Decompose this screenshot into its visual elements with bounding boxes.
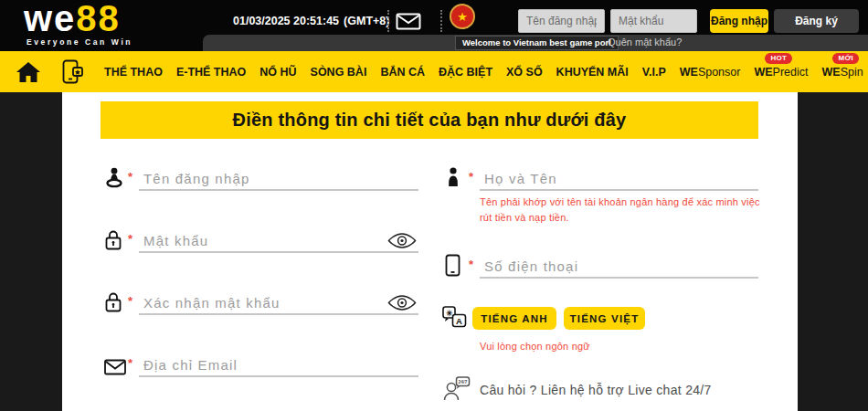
header-password-input[interactable] [610, 9, 697, 33]
logo-tagline: Everyone Can Win [26, 37, 132, 47]
required-marker: * [128, 294, 132, 308]
nav-item-khuyen-mai[interactable]: KHUYẾN MÃI [556, 66, 629, 79]
dotted-divider [440, 10, 442, 32]
nav-item-no-hu[interactable]: NỔ HŨ [259, 66, 296, 79]
password-input[interactable] [139, 229, 418, 251]
user-icon [104, 167, 124, 189]
header-sub-bar: Welcome to Vietnam best game porl Quên m… [203, 35, 868, 51]
email-field: * [139, 350, 418, 377]
input-underline [139, 189, 418, 191]
mail-icon[interactable] [396, 13, 421, 34]
language-note: Vui lòng chọn ngôn ngữ [480, 339, 590, 354]
form-title: Điền thông tin chi tiết của bạn như dưới… [101, 101, 758, 139]
support-badge-text: 24/7 [459, 379, 468, 385]
phone-input[interactable] [480, 255, 758, 277]
password-field: * [139, 226, 418, 253]
email-input[interactable] [139, 353, 418, 375]
envelope-icon [104, 359, 126, 375]
confirm-password-field: * [139, 288, 418, 315]
nav-item-wespin[interactable]: MỚIWESpin [821, 66, 863, 79]
new-badge: MỚI [832, 53, 859, 64]
date-time-text: 01/03/2025 20:51:45 [233, 15, 339, 27]
timezone-text: (GMT+8) [344, 15, 389, 27]
we-prefix: WE [680, 66, 698, 79]
language-vietnamese-button[interactable]: TIẾNG VIỆT [564, 307, 645, 330]
live-chat-support-text: Câu hỏi ? Liên hệ hỗ trợ Live chat 24/7 [480, 383, 712, 397]
hot-badge: HOT [765, 53, 792, 64]
username-field: * [139, 163, 418, 191]
fullname-field: * [480, 163, 758, 191]
show-password-icon[interactable] [387, 294, 417, 311]
datetime-display: 01/03/2025 20:51:45(GMT+8) [233, 15, 389, 27]
mobile-app-icon[interactable] [62, 59, 84, 84]
nav-item-wesponsor[interactable]: WESponsor [680, 66, 741, 79]
nav-item-ban-ca[interactable]: BẮN CÁ [380, 66, 425, 79]
show-password-icon[interactable] [387, 232, 417, 249]
nav-item-xo-so[interactable]: XỔ SỐ [506, 66, 543, 79]
nav-item-song-bai[interactable]: SÒNG BÀI [311, 66, 367, 79]
lock-icon [104, 229, 122, 251]
svg-text:A: A [456, 316, 462, 326]
lock-icon [104, 291, 122, 313]
person-icon [445, 167, 461, 189]
nav-item-e-the-thao[interactable]: E-THỂ THAO [176, 66, 246, 79]
flag-star: ★ [457, 11, 468, 23]
we-rest: Sponsor [698, 66, 741, 79]
input-underline [139, 251, 418, 253]
header-username-input[interactable] [518, 9, 605, 33]
live-chat-icon: 24/7 [442, 375, 472, 401]
nav-item-wepredict[interactable]: HOTWEPredict [754, 66, 808, 79]
registration-panel: Điền thông tin chi tiết của bạn như dưới… [62, 92, 798, 411]
required-marker: * [128, 356, 132, 370]
register-button[interactable]: Đăng ký [774, 9, 859, 33]
fullname-input[interactable] [480, 167, 758, 189]
vietnam-flag-icon[interactable]: ★ [450, 4, 475, 29]
phone-field: * [480, 251, 758, 279]
input-underline [139, 313, 418, 315]
we88-logo[interactable]: we88 [24, 0, 121, 39]
required-marker: * [469, 258, 473, 271]
language-icon: ✳ A [442, 306, 467, 329]
logo-we: we [24, 0, 76, 38]
fullname-note: Tên phải khớp với tên tài khoản ngân hàn… [480, 195, 768, 225]
we-prefix: WE [754, 66, 772, 79]
main-area: Điền thông tin chi tiết của bạn như dưới… [0, 92, 868, 411]
we-rest: Spin [841, 66, 863, 79]
required-marker: * [128, 232, 132, 246]
login-button[interactable]: Đăng nhập [710, 9, 768, 33]
required-marker: * [469, 170, 473, 184]
main-navigation: THỂ THAO E-THỂ THAO NỔ HŨ SÒNG BÀI BẮN C… [0, 51, 868, 92]
input-underline [480, 277, 758, 279]
we-prefix: WE [821, 66, 840, 79]
welcome-ticker: Welcome to Vietnam best game porl [455, 36, 619, 50]
forgot-password-link[interactable]: Quên mật khẩu? [608, 37, 682, 47]
logo-88: 88 [76, 0, 121, 38]
nav-item-vip[interactable]: V.I.P [642, 66, 666, 79]
home-icon[interactable] [16, 62, 40, 82]
input-underline [480, 189, 758, 191]
nav-menu: THỂ THAO E-THỂ THAO NỔ HŨ SÒNG BÀI BẮN C… [104, 66, 863, 79]
nav-item-the-thao[interactable]: THỂ THAO [104, 66, 163, 79]
username-input[interactable] [139, 167, 418, 189]
confirm-password-input[interactable] [139, 291, 418, 313]
required-marker: * [128, 170, 132, 184]
input-underline [139, 375, 418, 377]
language-english-button[interactable]: TIẾNG ANH [472, 307, 556, 330]
phone-icon [445, 254, 460, 277]
nav-item-dac-biet[interactable]: ĐẶC BIỆT [439, 66, 492, 79]
top-header: we88 Everyone Can Win 01/03/2025 20:51:4… [0, 0, 868, 51]
we88-registration-page: we88 Everyone Can Win 01/03/2025 20:51:4… [0, 0, 868, 411]
dotted-divider [387, 10, 389, 32]
we-rest: Predict [773, 66, 809, 79]
